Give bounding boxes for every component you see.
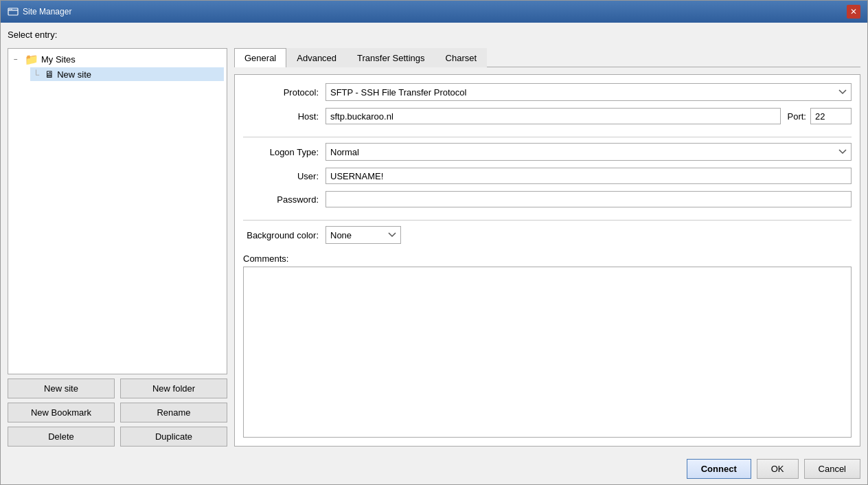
protocol-label: Protocol: <box>243 87 326 98</box>
host-input[interactable] <box>326 108 781 124</box>
select-entry-label: Select entry: <box>8 30 860 40</box>
buttons-row-3: Delete Duplicate <box>8 427 227 447</box>
bg-color-row: Background color: None Red Green Blue Ye… <box>243 226 852 244</box>
separator-1 <box>243 137 852 137</box>
user-row: User: <box>243 168 852 184</box>
user-label: User: <box>243 171 326 181</box>
bg-color-select[interactable]: None Red Green Blue Yellow Cyan Magenta <box>326 226 401 244</box>
new-site-button[interactable]: New site <box>8 379 115 398</box>
comments-textarea[interactable] <box>243 267 852 438</box>
password-label: Password: <box>243 194 326 205</box>
user-input[interactable] <box>326 168 852 184</box>
my-sites-folder[interactable]: − 📁 My Sites <box>11 52 224 67</box>
window-body: Select entry: − 📁 My Sites └ 🖥 <box>1 23 867 453</box>
host-row: Host: Port: <box>243 108 852 124</box>
protocol-row: Protocol: SFTP - SSH File Transfer Proto… <box>243 83 852 101</box>
password-row: Password: <box>243 191 852 207</box>
logon-type-select[interactable]: Normal Anonymous Ask for password Intera… <box>326 143 852 161</box>
tabs: General Advanced Transfer Settings Chars… <box>234 48 860 67</box>
title-bar-title: Site Manager <box>8 6 71 17</box>
new-site-label: New site <box>57 69 91 80</box>
site-manager-window: Site Manager ✕ Select entry: − 📁 My Site… <box>0 0 868 485</box>
delete-button[interactable]: Delete <box>8 427 115 447</box>
buttons-row-1: New site New folder <box>8 379 227 398</box>
new-folder-button[interactable]: New folder <box>120 379 227 398</box>
duplicate-button[interactable]: Duplicate <box>120 427 227 447</box>
logon-type-label: Logon Type: <box>243 147 326 157</box>
svg-point-3 <box>11 9 12 10</box>
cancel-button[interactable]: Cancel <box>804 459 860 479</box>
bg-color-label: Background color: <box>243 230 326 240</box>
protocol-select[interactable]: SFTP - SSH File Transfer Protocol FTP - … <box>326 83 852 101</box>
window-icon <box>8 6 19 17</box>
bottom-bar: Connect OK Cancel <box>1 453 867 484</box>
tab-advanced[interactable]: Advanced <box>286 48 347 67</box>
folder-icon: 📁 <box>25 53 38 66</box>
title-bar: Site Manager ✕ <box>1 1 867 23</box>
tree-container[interactable]: − 📁 My Sites └ 🖥 New site <box>8 48 227 374</box>
my-sites-label: My Sites <box>41 54 76 65</box>
ok-button[interactable]: OK <box>757 459 799 479</box>
tree-child: └ 🖥 New site <box>30 67 224 81</box>
tab-transfer-settings[interactable]: Transfer Settings <box>347 48 435 67</box>
new-site-tree-item[interactable]: └ 🖥 New site <box>30 67 224 81</box>
port-label: Port: <box>788 111 806 122</box>
form-area: Protocol: SFTP - SSH File Transfer Proto… <box>234 74 860 447</box>
connect-button[interactable]: Connect <box>687 459 751 479</box>
rename-button[interactable]: Rename <box>120 403 227 422</box>
right-panel: General Advanced Transfer Settings Chars… <box>234 48 860 447</box>
port-input[interactable] <box>810 108 852 124</box>
tab-general[interactable]: General <box>234 48 286 67</box>
svg-point-2 <box>10 9 11 10</box>
buttons-row-2: New Bookmark Rename <box>8 403 227 422</box>
logon-type-row: Logon Type: Normal Anonymous Ask for pas… <box>243 143 852 161</box>
host-label: Host: <box>243 111 326 122</box>
comments-section: Comments: <box>243 253 852 438</box>
separator-2 <box>243 220 852 221</box>
tab-charset[interactable]: Charset <box>435 48 488 67</box>
comments-label: Comments: <box>243 253 852 264</box>
collapse-icon[interactable]: − <box>14 56 22 63</box>
site-icon: 🖥 <box>45 69 54 80</box>
window-title: Site Manager <box>23 7 71 16</box>
new-bookmark-button[interactable]: New Bookmark <box>8 403 115 422</box>
left-panel: − 📁 My Sites └ 🖥 New site <box>8 48 227 447</box>
tree-dashes: └ <box>33 69 39 80</box>
close-button[interactable]: ✕ <box>847 5 860 19</box>
main-content: − 📁 My Sites └ 🖥 New site <box>8 48 860 447</box>
password-input[interactable] <box>326 191 852 207</box>
